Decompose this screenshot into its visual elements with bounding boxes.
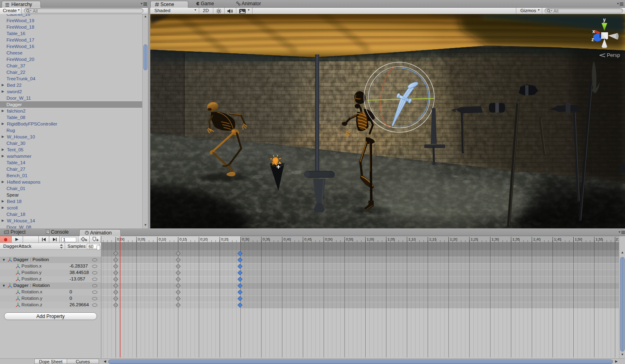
svg-text:0:00: 0:00 bbox=[117, 237, 125, 241]
svg-text:y: y bbox=[603, 17, 606, 23]
svg-text:1:25: 1:25 bbox=[471, 237, 478, 241]
svg-text:Persp: Persp bbox=[607, 52, 620, 58]
svg-text:0:20: 0:20 bbox=[200, 237, 208, 241]
svg-text:1:10: 1:10 bbox=[408, 237, 416, 241]
svg-text:0:45: 0:45 bbox=[304, 237, 312, 241]
svg-text:1:35: 1:35 bbox=[512, 237, 520, 241]
svg-text:1:30: 1:30 bbox=[492, 237, 499, 241]
svg-text:0:05: 0:05 bbox=[138, 237, 145, 241]
svg-text:0:40: 0:40 bbox=[284, 237, 291, 241]
svg-text:0:25: 0:25 bbox=[221, 237, 229, 241]
svg-text:2:0: 2:0 bbox=[616, 237, 619, 241]
svg-text:1:05: 1:05 bbox=[387, 237, 395, 241]
svg-text:1:40: 1:40 bbox=[533, 237, 541, 241]
svg-text:0:30: 0:30 bbox=[242, 237, 250, 241]
svg-text:1:15: 1:15 bbox=[429, 237, 437, 241]
svg-text:1:00: 1:00 bbox=[367, 237, 375, 241]
svg-text:1:20: 1:20 bbox=[450, 237, 458, 241]
svg-text:0:35: 0:35 bbox=[263, 237, 270, 241]
svg-text:0:50: 0:50 bbox=[325, 237, 333, 241]
svg-text:z: z bbox=[591, 37, 594, 42]
svg-text:1:55: 1:55 bbox=[596, 237, 603, 241]
svg-text:0:55: 0:55 bbox=[346, 237, 354, 241]
svg-text:1:45: 1:45 bbox=[554, 237, 562, 241]
svg-text:x: x bbox=[592, 29, 595, 34]
svg-text:1:50: 1:50 bbox=[575, 237, 583, 241]
svg-text:0:15: 0:15 bbox=[179, 237, 187, 241]
svg-text:0:10: 0:10 bbox=[159, 237, 166, 241]
